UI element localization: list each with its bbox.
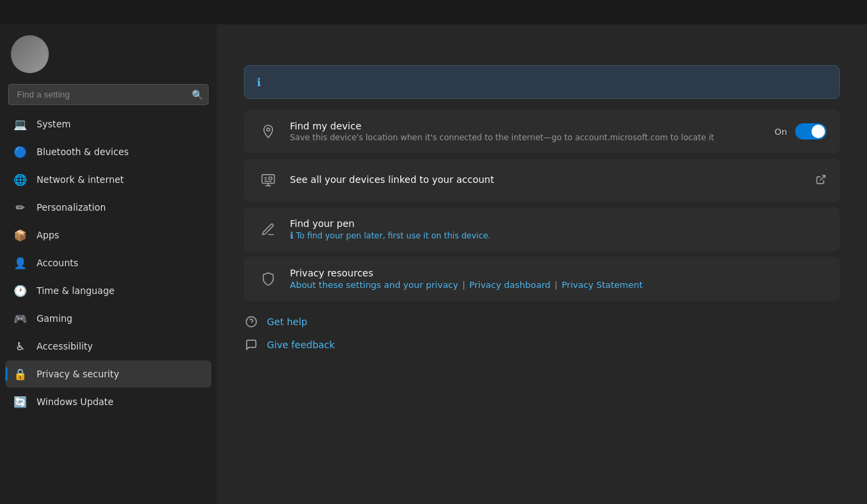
nav-icon-time: 🕐	[14, 284, 27, 297]
toggle-label-find-device-row: On	[775, 127, 787, 137]
nav-label-personalization: Personalization	[37, 202, 106, 213]
sidebar-item-windows-update[interactable]: 🔄 Windows Update	[5, 388, 211, 415]
nav-icon-windows-update: 🔄	[14, 395, 27, 408]
svg-rect-0	[262, 175, 274, 184]
row-text-find-pen-row: Find your penℹ️ To find your pen later, …	[290, 218, 816, 240]
row-title-find-device-row: Find my device	[290, 121, 764, 131]
card-linked-devices: See all your devices linked to your acco…	[244, 159, 840, 202]
sidebar-item-system[interactable]: 💻 System	[5, 110, 211, 138]
avatar	[11, 35, 49, 73]
sidebar-item-time[interactable]: 🕐 Time & language	[5, 277, 211, 304]
row-icon-privacy-resources-row	[257, 268, 279, 290]
row-see-devices-row[interactable]: See all your devices linked to your acco…	[244, 159, 840, 202]
app-body: 🔍 💻 System 🔵 Bluetooth & devices 🌐 Netwo…	[0, 24, 867, 504]
row-text-find-device-row: Find my deviceSave this device's locatio…	[290, 121, 764, 142]
nav-label-windows-update: Windows Update	[37, 396, 113, 407]
row-right-see-devices-row	[816, 174, 826, 187]
content-area: ℹ️ Find my deviceSave this device's loca…	[217, 24, 867, 504]
sidebar-item-accounts[interactable]: 👤 Accounts	[5, 249, 211, 276]
toggle-knob-find-device-row	[811, 125, 825, 138]
nav-label-accounts: Accounts	[37, 257, 79, 268]
nav-icon-gaming: 🎮	[14, 312, 27, 325]
card-find-pen: Find your penℹ️ To find your pen later, …	[244, 207, 840, 251]
sidebar-item-bluetooth[interactable]: 🔵 Bluetooth & devices	[5, 138, 211, 165]
help-label-get-help: Get help	[267, 316, 308, 327]
svg-rect-1	[269, 177, 272, 180]
nav-icon-accessibility: ♿	[14, 339, 27, 353]
nav-icon-network: 🌐	[14, 173, 27, 186]
info-icon: ℹ️	[257, 76, 261, 89]
row-title-find-pen-row: Find your pen	[290, 218, 816, 229]
close-button[interactable]	[828, 0, 859, 24]
about-link[interactable]: About these settings and your privacy	[290, 280, 458, 290]
nav-icon-personalization: ✏️	[14, 201, 27, 214]
row-info-find-pen-row: ℹ️ To find your pen later, first use it …	[290, 230, 816, 240]
help-label-give-feedback: Give feedback	[267, 339, 335, 350]
nav-label-system: System	[37, 119, 70, 129]
row-text-see-devices-row: See all your devices linked to your acco…	[290, 174, 805, 186]
sidebar-search-container: 🔍	[8, 84, 209, 105]
sidebar-nav: 💻 System 🔵 Bluetooth & devices 🌐 Network…	[0, 110, 217, 415]
titlebar	[0, 0, 867, 24]
nav-icon-privacy: 🔒	[14, 367, 27, 381]
help-link-give-feedback[interactable]: Give feedback	[244, 337, 840, 352]
dashboard-link[interactable]: Privacy dashboard	[469, 280, 551, 290]
privacy-sep-2: |	[555, 280, 557, 290]
nav-label-time: Time & language	[37, 285, 114, 296]
nav-icon-system: 💻	[14, 117, 27, 131]
nav-label-bluetooth: Bluetooth & devices	[37, 146, 129, 157]
nav-label-apps: Apps	[37, 230, 59, 240]
row-icon-find-pen-row	[257, 219, 279, 240]
privacy-links: About these settings and your privacy|Pr…	[290, 280, 816, 290]
nav-label-privacy: Privacy & security	[37, 369, 119, 379]
row-right-find-device-row: On	[775, 123, 826, 140]
row-icon-find-device-row	[257, 121, 279, 142]
titlebar-controls	[765, 0, 859, 24]
privacy-sep-1: |	[462, 280, 465, 290]
card-privacy-resources: Privacy resourcesAbout these settings an…	[244, 257, 840, 301]
row-privacy-resources-row[interactable]: Privacy resourcesAbout these settings an…	[244, 257, 840, 301]
sidebar: 🔍 💻 System 🔵 Bluetooth & devices 🌐 Netwo…	[0, 24, 217, 504]
cards-container: Find my deviceSave this device's locatio…	[244, 110, 840, 301]
help-section: Get help Give feedback	[244, 314, 840, 352]
sidebar-item-network[interactable]: 🌐 Network & internet	[5, 166, 211, 193]
row-desc-find-device-row: Save this device's location when it's co…	[290, 133, 764, 142]
nav-icon-apps: 📦	[14, 228, 27, 242]
nav-icon-accounts: 👤	[14, 256, 27, 270]
nav-label-gaming: Gaming	[37, 313, 72, 324]
help-icon-get-help	[244, 314, 259, 329]
nav-icon-bluetooth: 🔵	[14, 145, 27, 159]
sidebar-item-accessibility[interactable]: ♿ Accessibility	[5, 333, 211, 360]
row-icon-see-devices-row	[257, 169, 279, 191]
row-title-see-devices-row: See all your devices linked to your acco…	[290, 174, 805, 185]
help-icon-give-feedback	[244, 337, 259, 352]
sidebar-item-privacy[interactable]: 🔒 Privacy & security	[5, 360, 211, 387]
sidebar-item-gaming[interactable]: 🎮 Gaming	[5, 305, 211, 332]
statement-link[interactable]: Privacy Statement	[562, 280, 643, 290]
help-link-get-help[interactable]: Get help	[244, 314, 840, 329]
row-find-device-row[interactable]: Find my deviceSave this device's locatio…	[244, 110, 840, 153]
card-find-my-device: Find my deviceSave this device's locatio…	[244, 110, 840, 153]
svg-line-2	[820, 175, 825, 180]
row-find-pen-row[interactable]: Find your penℹ️ To find your pen later, …	[244, 207, 840, 251]
toggle-find-device-row[interactable]	[795, 123, 826, 140]
titlebar-back-button[interactable]	[8, 3, 27, 22]
external-link-icon-see-devices-row	[816, 174, 826, 187]
row-title-privacy-resources-row: Privacy resources	[290, 268, 816, 278]
row-text-privacy-resources-row: Privacy resourcesAbout these settings an…	[290, 268, 816, 290]
sidebar-item-personalization[interactable]: ✏️ Personalization	[5, 194, 211, 221]
search-icon[interactable]: 🔍	[192, 89, 203, 100]
nav-label-accessibility: Accessibility	[37, 341, 93, 352]
nav-label-network: Network & internet	[37, 174, 124, 185]
info-banner: ℹ️	[244, 65, 840, 99]
sidebar-item-apps[interactable]: 📦 Apps	[5, 222, 211, 249]
maximize-button[interactable]	[797, 0, 828, 24]
minimize-button[interactable]	[765, 0, 797, 24]
sidebar-profile	[0, 24, 217, 81]
search-input[interactable]	[8, 84, 209, 105]
